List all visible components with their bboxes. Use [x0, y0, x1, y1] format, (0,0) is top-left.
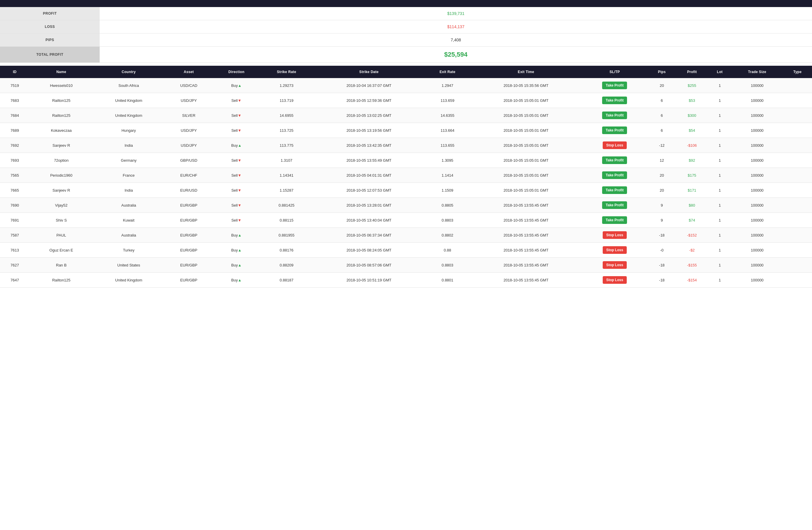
take-profit-button[interactable]: Take Profit — [602, 216, 627, 224]
take-profit-button[interactable]: Take Profit — [602, 82, 627, 89]
cell-lot: 1 — [708, 198, 732, 213]
cell-asset: USD/JPY — [164, 93, 213, 108]
cell-pips: 6 — [648, 108, 676, 123]
cell-sltp[interactable]: Stop Loss — [582, 273, 648, 288]
cell-pips: 9 — [648, 198, 676, 213]
cell-lot: 1 — [708, 153, 732, 168]
cell-strike-rate: 1.29273 — [260, 78, 314, 93]
cell-sltp[interactable]: Take Profit — [582, 153, 648, 168]
cell-name: Vijay52 — [30, 198, 93, 213]
cell-direction: Buy▲ — [213, 138, 259, 153]
stop-loss-button[interactable]: Stop Loss — [603, 231, 627, 239]
cell-type — [783, 108, 812, 123]
cell-type — [783, 258, 812, 273]
take-profit-button[interactable]: Take Profit — [602, 186, 627, 194]
stop-loss-button[interactable]: Stop Loss — [603, 276, 627, 284]
cell-exit-rate: 0.8805 — [424, 198, 470, 213]
take-profit-button[interactable]: Take Profit — [602, 97, 627, 104]
cell-direction: Sell▼ — [213, 213, 259, 228]
cell-direction: Buy▲ — [213, 228, 259, 243]
cell-exit-rate: 14.6355 — [424, 108, 470, 123]
profit-value: $74 — [689, 218, 695, 222]
stop-loss-button[interactable]: Stop Loss — [603, 141, 627, 149]
direction-arrow-down: ▼ — [238, 188, 242, 193]
cell-id: 7665 — [0, 183, 30, 198]
table-row: 7693 72option Germany GBP/USD Sell▼ 1.31… — [0, 153, 812, 168]
col-header-lot: Lot — [708, 66, 732, 78]
direction-arrow-down: ▼ — [238, 158, 242, 163]
cell-id: 7692 — [0, 138, 30, 153]
direction-arrow-up: ▲ — [238, 143, 242, 148]
cell-strike-rate: 113.719 — [260, 93, 314, 108]
col-header-exit-time: Exit Time — [470, 66, 582, 78]
cell-trade-size: 100000 — [731, 123, 783, 138]
cell-asset: EUR/GBP — [164, 258, 213, 273]
cell-asset: SILVER — [164, 108, 213, 123]
cell-sltp[interactable]: Take Profit — [582, 93, 648, 108]
cell-name: Oguz Ercan E — [30, 243, 93, 258]
cell-strike-rate: 0.881425 — [260, 198, 314, 213]
table-row: 7689 Kokaveczaa Hungary USD/JPY Sell▼ 11… — [0, 123, 812, 138]
cell-country: South Africa — [93, 78, 164, 93]
cell-sltp[interactable]: Take Profit — [582, 183, 648, 198]
cell-exit-time: 2018-10-05 13:55:45 GMT — [470, 243, 582, 258]
profit-value: $92 — [689, 158, 695, 163]
cell-sltp[interactable]: Take Profit — [582, 213, 648, 228]
cell-exit-rate: 1.1414 — [424, 168, 470, 183]
summary-label-0: PROFIT — [0, 7, 100, 20]
take-profit-button[interactable]: Take Profit — [602, 201, 627, 209]
cell-sltp[interactable]: Take Profit — [582, 168, 648, 183]
stop-loss-button[interactable]: Stop Loss — [603, 261, 627, 269]
cell-strike-date: 2018-10-05 13:55:49 GMT — [313, 153, 424, 168]
cell-sltp[interactable]: Take Profit — [582, 123, 648, 138]
summary-label-3: TOTAL PROFIT — [0, 47, 100, 63]
cell-pips: -12 — [648, 138, 676, 153]
cell-asset: EUR/GBP — [164, 198, 213, 213]
cell-sltp[interactable]: Stop Loss — [582, 258, 648, 273]
cell-strike-rate: 0.88187 — [260, 273, 314, 288]
cell-trade-size: 100000 — [731, 168, 783, 183]
take-profit-button[interactable]: Take Profit — [602, 112, 627, 119]
stop-loss-button[interactable]: Stop Loss — [603, 246, 627, 254]
cell-exit-time: 2018-10-05 15:05:01 GMT — [470, 108, 582, 123]
cell-sltp[interactable]: Stop Loss — [582, 138, 648, 153]
cell-country: Australia — [93, 198, 164, 213]
profit-value: -$154 — [687, 278, 697, 282]
cell-lot: 1 — [708, 258, 732, 273]
cell-sltp[interactable]: Take Profit — [582, 78, 648, 93]
direction-arrow-up: ▲ — [238, 248, 242, 252]
profit-value: -$2 — [689, 248, 695, 252]
summary-table: PROFIT $139,731 LOSS $114,137 PIPS 7,408… — [0, 7, 812, 63]
cell-sltp[interactable]: Stop Loss — [582, 243, 648, 258]
cell-sltp[interactable]: Take Profit — [582, 108, 648, 123]
take-profit-button[interactable]: Take Profit — [602, 126, 627, 134]
cell-name: Ran B — [30, 258, 93, 273]
col-header-profit: Profit — [676, 66, 708, 78]
cell-id: 7693 — [0, 153, 30, 168]
col-header-strike-date: Strike Date — [313, 66, 424, 78]
take-profit-button[interactable]: Take Profit — [602, 171, 627, 179]
data-table-container: IDNameCountryAssetDirectionStrike RateSt… — [0, 66, 812, 288]
cell-sltp[interactable]: Stop Loss — [582, 228, 648, 243]
cell-exit-rate: 0.8801 — [424, 273, 470, 288]
profit-value: $54 — [689, 128, 695, 132]
cell-strike-rate: 113.775 — [260, 138, 314, 153]
cell-asset: EUR/GBP — [164, 228, 213, 243]
cell-type — [783, 93, 812, 108]
cell-exit-time: 2018-10-05 13:55:45 GMT — [470, 258, 582, 273]
table-row: 7691 Shiv S Kuwait EUR/GBP Sell▼ 0.88115… — [0, 213, 812, 228]
cell-strike-rate: 1.3107 — [260, 153, 314, 168]
col-header-sl/tp: SL/TP — [582, 66, 648, 78]
cell-strike-date: 2018-10-05 08:57:06 GMT — [313, 258, 424, 273]
take-profit-button[interactable]: Take Profit — [602, 156, 627, 164]
profit-value: $255 — [688, 83, 696, 88]
cell-country: Australia — [93, 228, 164, 243]
cell-direction: Sell▼ — [213, 123, 259, 138]
cell-name: Shiv S — [30, 213, 93, 228]
cell-type — [783, 273, 812, 288]
cell-exit-rate: 113.664 — [424, 123, 470, 138]
cell-exit-rate: 1.1509 — [424, 183, 470, 198]
cell-sltp[interactable]: Take Profit — [582, 198, 648, 213]
cell-exit-time: 2018-10-05 15:05:01 GMT — [470, 123, 582, 138]
cell-id: 7690 — [0, 198, 30, 213]
